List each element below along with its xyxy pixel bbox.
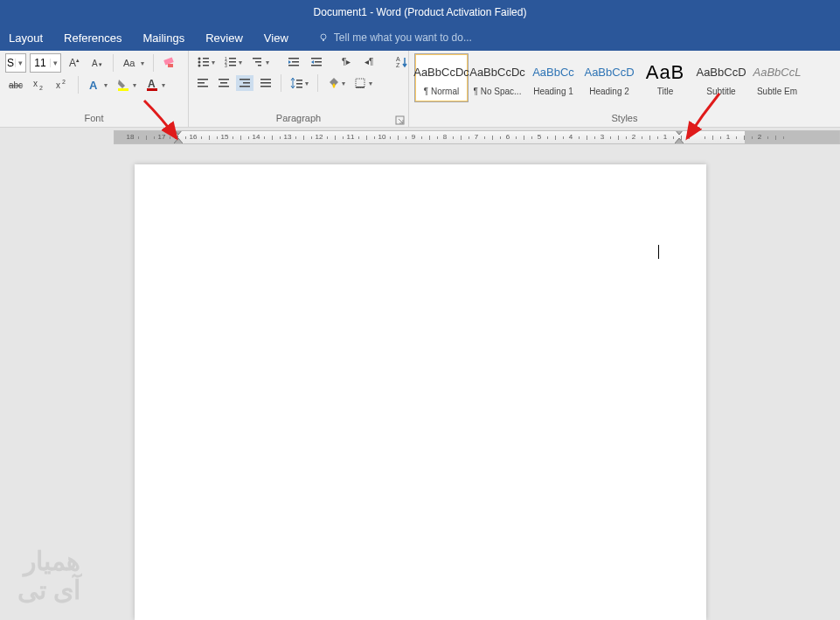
svg-rect-29	[229, 65, 236, 66]
font-family-box[interactable]: ▾	[5, 53, 26, 73]
style-preview: AaBbCcDc	[413, 60, 469, 85]
align-left-button[interactable]	[194, 75, 212, 91]
tab-review[interactable]: Review	[205, 31, 243, 45]
hanging-indent-marker[interactable]	[174, 138, 183, 144]
subscript-button[interactable]: x2	[30, 76, 49, 94]
dropdown-icon[interactable]: ▾	[15, 59, 25, 67]
svg-point-22	[198, 65, 201, 67]
multilevel-list-button[interactable]: ▾	[248, 53, 272, 71]
paragraph-dialog-launcher[interactable]	[395, 114, 406, 124]
shading-button[interactable]: ▾	[324, 75, 348, 91]
svg-point-20	[198, 61, 201, 64]
svg-rect-1	[323, 39, 324, 41]
svg-text:¶▸: ¶▸	[342, 57, 351, 66]
styles-gallery[interactable]: AaBbCcDc¶ NormalAaBbCcDc¶ No Spac...AaBb…	[414, 53, 835, 102]
grow-font-button[interactable]: A▴	[65, 54, 84, 72]
style-name: Subtle Em	[757, 87, 797, 96]
watermark-line-2: آی تی	[17, 575, 80, 604]
style-item-heading-1[interactable]: AaBbCcHeading 1	[526, 53, 580, 102]
highlight-button[interactable]: ▾	[114, 76, 139, 94]
style-item-subtitle[interactable]: AaBbCcDSubtitle	[694, 53, 748, 102]
tab-layout[interactable]: Layout	[9, 31, 43, 45]
font-group-label: Font	[5, 111, 183, 125]
decrease-indent-button[interactable]	[284, 53, 303, 71]
svg-text:▾: ▾	[99, 61, 102, 67]
ruler-number: 15	[221, 133, 229, 141]
style-item---normal[interactable]: AaBbCcDc¶ Normal	[414, 53, 469, 102]
rtl-direction-button[interactable]: ◂¶	[361, 53, 380, 71]
svg-rect-35	[288, 65, 299, 66]
svg-text:Z: Z	[396, 62, 400, 68]
style-preview: AaBbCcL	[753, 60, 802, 85]
paragraph-group-label: Paragraph	[194, 111, 403, 125]
svg-rect-8	[168, 64, 173, 67]
line-spacing-button[interactable]: ▾	[288, 75, 311, 91]
style-name: Heading 1	[533, 87, 573, 96]
ltr-direction-button[interactable]: ¶▸	[338, 53, 358, 71]
tab-view[interactable]: View	[264, 31, 288, 45]
svg-rect-50	[240, 79, 250, 80]
ruler-number: 1	[663, 133, 667, 141]
change-case-button[interactable]: Aa▾	[120, 54, 147, 72]
svg-rect-47	[219, 79, 229, 80]
style-item-subtle-em[interactable]: AaBbCcLSubtle Em	[750, 53, 804, 102]
svg-rect-48	[220, 82, 227, 84]
font-color-button[interactable]: A▾	[142, 76, 168, 94]
svg-rect-44	[198, 79, 208, 80]
ruler-number: 18	[127, 133, 135, 141]
svg-text:▴: ▴	[76, 57, 80, 63]
ruler-number: 1	[726, 133, 730, 141]
svg-rect-57	[296, 83, 302, 85]
dropdown-icon[interactable]: ▾	[50, 59, 60, 67]
svg-rect-32	[258, 65, 261, 66]
numbering-button[interactable]: 123▾	[221, 53, 245, 71]
tab-references[interactable]: References	[64, 31, 121, 45]
svg-text:A: A	[148, 78, 156, 90]
svg-rect-59	[356, 79, 364, 87]
title-bar: Document1 - Word (Product Activation Fai…	[0, 0, 840, 24]
paragraph-group: ▾ 123▾ ▾ ¶▸ ◂¶ AZ ¶ ▾	[189, 51, 409, 127]
ribbon-tabs: Layout References Mailings Review View T…	[0, 24, 840, 51]
style-preview: AaBbCc	[532, 60, 574, 85]
tell-me-search[interactable]: Tell me what you want to do...	[318, 31, 472, 44]
style-item-title[interactable]: AaBTitle	[638, 53, 692, 102]
svg-rect-54	[260, 82, 271, 84]
strikethrough-button[interactable]: abc	[5, 76, 26, 94]
font-size-input[interactable]	[31, 57, 50, 69]
svg-rect-17	[147, 88, 157, 91]
svg-rect-34	[292, 61, 299, 63]
increase-indent-button[interactable]	[307, 53, 326, 71]
style-item-heading-2[interactable]: AaBbCcDHeading 2	[582, 53, 636, 102]
ruler-number: 9	[412, 133, 415, 141]
document-canvas[interactable]	[0, 147, 840, 620]
shrink-font-button[interactable]: A▾	[87, 54, 107, 72]
horizontal-ruler[interactable]: 18171615141312111098765432112	[114, 130, 840, 144]
font-size-box[interactable]: ▾	[30, 53, 61, 73]
document-page[interactable]	[135, 164, 706, 620]
bullets-button[interactable]: ▾	[194, 53, 218, 71]
align-center-button[interactable]	[215, 75, 233, 91]
right-indent-marker-top[interactable]	[675, 130, 684, 138]
first-line-indent-marker[interactable]	[174, 130, 183, 138]
align-right-button[interactable]	[236, 75, 253, 91]
font-family-input[interactable]	[6, 57, 15, 69]
tab-mailings[interactable]: Mailings	[143, 31, 185, 45]
ruler-number: 6	[506, 133, 510, 141]
text-effects-button[interactable]: A▾	[85, 76, 110, 94]
style-name: Heading 2	[589, 87, 629, 96]
justify-button[interactable]	[257, 75, 274, 91]
svg-text:A: A	[396, 56, 400, 62]
clear-formatting-button[interactable]	[160, 54, 181, 72]
svg-rect-53	[260, 79, 271, 80]
borders-button[interactable]: ▾	[351, 75, 375, 91]
svg-text:2: 2	[62, 79, 66, 85]
right-indent-marker-bottom[interactable]	[675, 138, 684, 144]
ruler-number: 16	[190, 133, 198, 141]
svg-text:Aa: Aa	[123, 58, 135, 68]
ruler-number: 2	[632, 133, 635, 141]
styles-group-label: Styles	[414, 111, 835, 125]
ruler-number: 5	[538, 133, 541, 141]
superscript-button[interactable]: x2	[52, 76, 72, 94]
style-item---no-spac---[interactable]: AaBbCcDc¶ No Spac...	[470, 53, 524, 102]
svg-text:A: A	[69, 57, 76, 69]
